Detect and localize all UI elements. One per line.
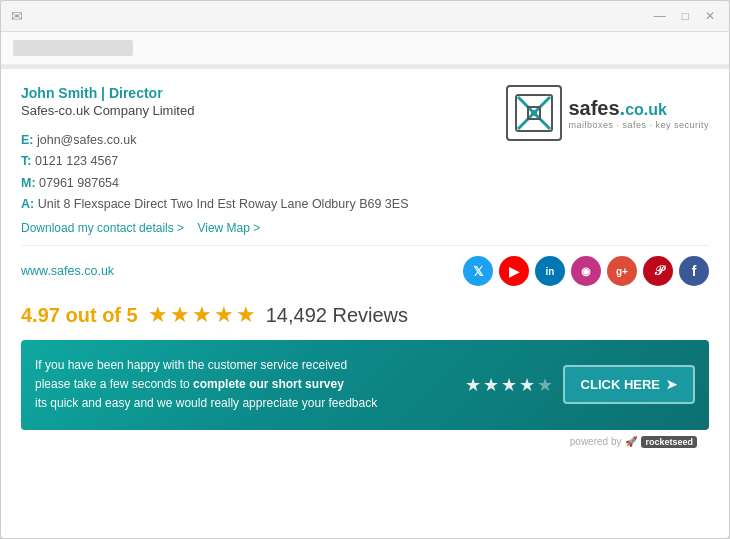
email-icon: ✉ bbox=[11, 8, 23, 24]
linkedin-icon[interactable]: in bbox=[535, 256, 565, 286]
survey-star-row: ★ ★ ★ ★ ★ bbox=[465, 374, 553, 396]
addr-value: Unit 8 Flexspace Direct Two Ind Est Rowa… bbox=[38, 197, 409, 211]
logo-tld: co.uk bbox=[625, 101, 667, 118]
s-star-3: ★ bbox=[501, 374, 517, 396]
survey-banner: If you have been happy with the customer… bbox=[21, 340, 709, 430]
logo-box bbox=[506, 85, 562, 141]
email-value: john@safes.co.uk bbox=[37, 133, 137, 147]
mob-value: 07961 987654 bbox=[39, 176, 119, 190]
mob-row: M: 07961 987654 bbox=[21, 173, 506, 194]
logo-text: safes.co.uk mailboxes · safes · key secu… bbox=[568, 97, 709, 130]
mob-label: M: bbox=[21, 176, 36, 190]
reviews-count: 14,492 Reviews bbox=[266, 304, 408, 327]
addr-label: A: bbox=[21, 197, 34, 211]
addr-row: A: Unit 8 Flexspace Direct Two Ind Est R… bbox=[21, 194, 506, 215]
close-button[interactable]: ✕ bbox=[701, 7, 719, 25]
survey-right: ★ ★ ★ ★ ★ CLICK HERE ➤ bbox=[465, 365, 695, 404]
instagram-icon[interactable]: ◉ bbox=[571, 256, 601, 286]
survey-text-bold: complete our short survey bbox=[193, 377, 344, 391]
survey-text-line1: If you have been happy with the customer… bbox=[35, 358, 347, 372]
email-window: ✉ — □ ✕ John Smith | Director Safes-co.u… bbox=[0, 0, 730, 539]
contact-links: Download my contact details > View Map > bbox=[21, 221, 506, 235]
title-bar-left: ✉ bbox=[11, 8, 23, 24]
s-star-2: ★ bbox=[483, 374, 499, 396]
rocket-icon: 🚀 bbox=[625, 436, 637, 447]
logo-svg bbox=[514, 93, 554, 133]
reviews-score: 4.97 out of 5 bbox=[21, 304, 138, 327]
email-label: E: bbox=[21, 133, 34, 147]
survey-text: If you have been happy with the customer… bbox=[35, 356, 465, 414]
title-bar: ✉ — □ ✕ bbox=[1, 1, 729, 32]
svg-rect-4 bbox=[531, 110, 537, 116]
company-name: Safes-co.uk Company Limited bbox=[21, 103, 506, 118]
social-icons: 𝕏 ▶ in ◉ g+ 𝒫 f bbox=[463, 256, 709, 286]
divider bbox=[21, 245, 709, 246]
survey-stars: ★ ★ ★ ★ ★ bbox=[465, 374, 553, 396]
youtube-icon[interactable]: ▶ bbox=[499, 256, 529, 286]
title-bar-controls: — □ ✕ bbox=[650, 7, 719, 25]
survey-text-line3: its quick and easy and we would really a… bbox=[35, 396, 377, 410]
email-row: E: john@safes.co.uk bbox=[21, 130, 506, 151]
minimize-button[interactable]: — bbox=[650, 7, 670, 25]
pinterest-icon[interactable]: 𝒫 bbox=[643, 256, 673, 286]
email-main-row: John Smith | Director Safes-co.uk Compan… bbox=[21, 85, 709, 235]
star-3: ★ bbox=[192, 302, 212, 328]
contact-name: John Smith | Director bbox=[21, 85, 506, 101]
contact-details: E: john@safes.co.uk T: 0121 123 4567 M: … bbox=[21, 130, 506, 215]
maximize-button[interactable]: □ bbox=[678, 7, 693, 25]
toolbar-search-bar bbox=[13, 40, 133, 56]
s-star-4: ★ bbox=[519, 374, 535, 396]
facebook-icon[interactable]: f bbox=[679, 256, 709, 286]
company-logo: safes.co.uk mailboxes · safes · key secu… bbox=[506, 85, 709, 141]
click-here-label: CLICK HERE bbox=[581, 377, 660, 392]
logo-brand: safes.co.uk bbox=[568, 97, 709, 120]
click-here-button[interactable]: CLICK HERE ➤ bbox=[563, 365, 695, 404]
survey-text-line2: please take a few seconds to bbox=[35, 377, 193, 391]
email-body: John Smith | Director Safes-co.uk Compan… bbox=[1, 69, 729, 472]
powered-by-label: powered by bbox=[570, 436, 622, 447]
website-link[interactable]: www.safes.co.uk bbox=[21, 264, 114, 278]
tel-row: T: 0121 123 4567 bbox=[21, 151, 506, 172]
contact-info: John Smith | Director Safes-co.uk Compan… bbox=[21, 85, 506, 235]
logo-tagline: mailboxes · safes · key security bbox=[568, 120, 709, 130]
star-2: ★ bbox=[170, 302, 190, 328]
toolbar bbox=[1, 32, 729, 65]
view-map-link[interactable]: View Map > bbox=[197, 221, 260, 235]
click-here-arrow: ➤ bbox=[666, 377, 677, 392]
google-plus-icon[interactable]: g+ bbox=[607, 256, 637, 286]
logo-brand-name: safes bbox=[568, 97, 619, 119]
download-contact-link[interactable]: Download my contact details > bbox=[21, 221, 184, 235]
twitter-icon[interactable]: 𝕏 bbox=[463, 256, 493, 286]
star-5: ★ bbox=[236, 302, 256, 328]
tel-label: T: bbox=[21, 154, 31, 168]
tel-value: 0121 123 4567 bbox=[35, 154, 118, 168]
star-rating: ★ ★ ★ ★ ★ bbox=[148, 302, 256, 328]
s-star-5: ★ bbox=[537, 374, 553, 396]
powered-by: powered by 🚀 rocketseed bbox=[21, 430, 709, 456]
rocketseed-logo: rocketseed bbox=[641, 436, 697, 448]
star-1: ★ bbox=[148, 302, 168, 328]
reviews-row: 4.97 out of 5 ★ ★ ★ ★ ★ 14,492 Reviews bbox=[21, 292, 709, 340]
website-social-row: www.safes.co.uk 𝕏 ▶ in ◉ g+ 𝒫 f bbox=[21, 256, 709, 292]
s-star-1: ★ bbox=[465, 374, 481, 396]
star-4: ★ bbox=[214, 302, 234, 328]
